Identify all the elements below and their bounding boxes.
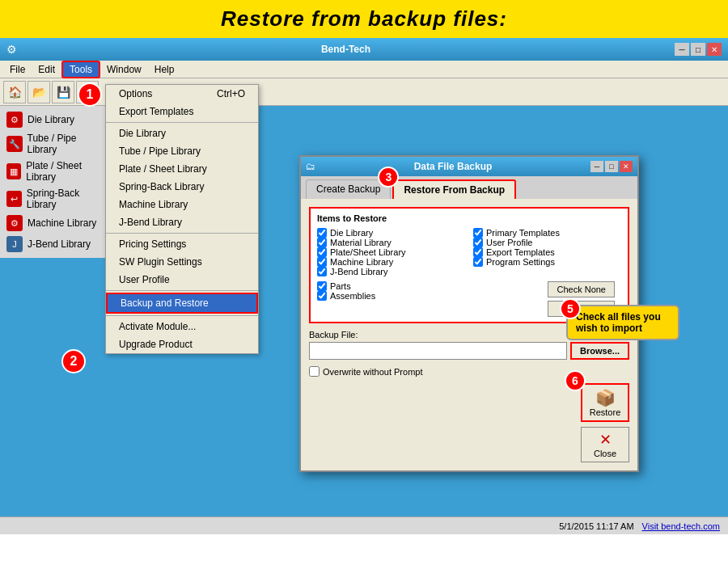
restore-label: Restore <box>590 407 621 417</box>
sidebar-label-tube-library: Tube / Pipe Library <box>28 133 107 155</box>
menu-tools[interactable]: Tools <box>61 61 100 78</box>
checkbox-user-profile[interactable] <box>473 238 483 247</box>
menu-help[interactable]: Help <box>148 62 181 77</box>
dropdown-export-templates[interactable]: Export Templates <box>106 103 258 120</box>
backup-file-input[interactable] <box>309 342 567 360</box>
close-button[interactable]: ✕ <box>707 43 722 56</box>
tab-create-backup[interactable]: Create Backup <box>306 179 391 199</box>
checkbox-parts[interactable] <box>317 281 327 291</box>
minimize-button[interactable]: ─ <box>675 43 689 56</box>
banner-title: Restore from backup files: <box>221 6 507 31</box>
restore-item-parts: Parts <box>317 281 548 291</box>
dropdown-plate-library[interactable]: Plate / Sheet Library <box>106 160 258 178</box>
close-label: Close <box>594 449 616 458</box>
restore-icon: 📦 <box>595 388 616 407</box>
tooltip5-text: Check all files you wish to import <box>576 311 661 334</box>
dropdown-user-profile[interactable]: User Profile <box>106 271 258 289</box>
callout-3: 3 <box>378 167 399 188</box>
sidebar-item-springback-library[interactable]: ↩ Spring-Back Library <box>0 185 113 213</box>
checkbox-export-templates[interactable] <box>473 247 483 257</box>
statusbar-link[interactable]: Visit bend-tech.com <box>642 521 720 531</box>
toolbar-btn-1[interactable]: 🏠 <box>3 81 26 103</box>
maximize-button[interactable]: □ <box>691 43 705 56</box>
sidebar-label-die-library: Die Library <box>28 114 74 125</box>
restore-item-material-library: Material Library <box>317 238 465 247</box>
dropdown-machine-library[interactable]: Machine Library <box>106 196 258 213</box>
close-icon: ✕ <box>599 431 612 449</box>
check-none-button[interactable]: Check None <box>548 281 615 297</box>
dropdown-activate-module[interactable]: Activate Module... <box>106 318 258 335</box>
checkbox-die-library[interactable] <box>317 228 327 238</box>
callout-5-tooltip: 5 Check all files you wish to import <box>566 305 679 340</box>
dropdown-separator-1 <box>106 122 258 123</box>
dropdown-upgrade-product[interactable]: Upgrade Product <box>106 335 258 353</box>
toolbar-btn-2[interactable]: 📂 <box>28 81 50 103</box>
restore-items-col1: Die Library Material Library Plate/Sheet… <box>317 228 465 276</box>
dropdown-options[interactable]: Options Ctrl+O <box>106 85 258 103</box>
dropdown-options-label: Options <box>119 88 152 99</box>
checkbox-assemblies[interactable] <box>317 291 327 301</box>
checkbox-jbend-library[interactable] <box>317 267 327 276</box>
dropdown-sw-plugin[interactable]: SW Plugin Settings <box>106 253 258 271</box>
restore-items-grid: Die Library Material Library Plate/Sheet… <box>317 228 621 276</box>
springback-icon: ↩ <box>6 191 22 207</box>
browse-button[interactable]: Browse... <box>570 342 629 360</box>
restore-group-title: Items to Restore <box>317 213 621 223</box>
dialog-title: Data File Backup <box>414 161 493 172</box>
page-banner: Restore from backup files: <box>0 0 728 38</box>
restore-item-export-templates: Export Templates <box>473 247 621 257</box>
dropdown-options-shortcut: Ctrl+O <box>217 88 245 99</box>
sidebar-item-plate-library[interactable]: ▦ Plate / Sheet Library <box>0 158 113 185</box>
tube-library-icon: 🔧 <box>6 136 23 152</box>
restore-item-user-profile: User Profile <box>473 238 621 247</box>
dropdown-pricing-settings[interactable]: Pricing Settings <box>106 235 258 253</box>
callout-6: 6 <box>565 370 586 391</box>
die-library-icon: ⚙ <box>6 112 23 128</box>
sidebar: ⚙ Die Library 🔧 Tube / Pipe Library ▦ Pl… <box>0 106 113 258</box>
sidebar-item-tube-library[interactable]: 🔧 Tube / Pipe Library <box>0 130 113 158</box>
dropdown-die-library[interactable]: Die Library <box>106 124 258 142</box>
app-icon: ⚙ <box>6 43 17 56</box>
restore-items-bottom: Parts Assemblies <box>317 281 548 317</box>
callout-5: 5 <box>560 298 581 319</box>
menu-window[interactable]: Window <box>100 62 148 77</box>
overwrite-checkbox[interactable] <box>309 366 320 377</box>
dialog-maximize-button[interactable]: □ <box>605 161 618 172</box>
sidebar-item-die-library[interactable]: ⚙ Die Library <box>0 109 113 130</box>
dialog-tabs: Create Backup Restore From Backup 3 <box>301 176 637 199</box>
restore-items-col2: Primary Templates User Profile Export Te… <box>473 228 621 276</box>
dropdown-backup-restore[interactable]: Backup and Restore <box>106 293 258 314</box>
restore-item-program-settings: Program Settings <box>473 257 621 267</box>
checkbox-program-settings[interactable] <box>473 257 483 267</box>
checkbox-material-library[interactable] <box>317 238 327 247</box>
dropdown-springback-library[interactable]: Spring-Back Library <box>106 178 258 196</box>
restore-item-plate-sheet-library: Plate/Sheet Library <box>317 247 465 257</box>
dialog-close-button[interactable]: ✕ <box>620 161 633 172</box>
checkbox-primary-templates[interactable] <box>473 228 483 238</box>
restore-button-area: 6 📦 Restore <box>309 383 629 422</box>
checkbox-machine-library[interactable] <box>317 257 327 267</box>
sidebar-label-machine: Machine Library <box>28 217 96 229</box>
dialog-minimize-button[interactable]: ─ <box>590 161 603 172</box>
dialog-close-btn[interactable]: ✕ Close <box>581 427 629 462</box>
sidebar-item-jbend-library[interactable]: J J-Bend Library <box>0 234 113 255</box>
dropdown-separator-2 <box>106 233 258 234</box>
checkbox-plate-sheet-library[interactable] <box>317 247 327 257</box>
dropdown-jbend-library[interactable]: J-Bend Library <box>106 213 258 231</box>
restore-button[interactable]: 6 📦 Restore <box>581 383 629 422</box>
plate-library-icon: ▦ <box>6 163 21 179</box>
dropdown-tube-library[interactable]: Tube / Pipe Library <box>106 142 258 160</box>
tab-restore-from-backup[interactable]: Restore From Backup 3 <box>392 179 516 199</box>
restore-item-die-library: Die Library <box>317 228 465 238</box>
menu-file[interactable]: File <box>3 62 32 77</box>
close-button-area: ✕ Close <box>309 427 629 462</box>
sidebar-item-machine-library[interactable]: ⚙ Machine Library <box>0 213 113 234</box>
sidebar-label-plate-library: Plate / Sheet Library <box>26 160 107 183</box>
dropdown-separator-3 <box>106 290 258 291</box>
title-bar-buttons: ─ □ ✕ <box>675 43 722 56</box>
toolbar-btn-3[interactable]: 💾 <box>52 81 74 103</box>
restore-item-machine-library: Machine Library <box>317 257 465 267</box>
menu-edit[interactable]: Edit <box>32 62 61 77</box>
sidebar-label-jbend: J-Bend Library <box>28 238 91 250</box>
machine-icon: ⚙ <box>6 215 23 231</box>
